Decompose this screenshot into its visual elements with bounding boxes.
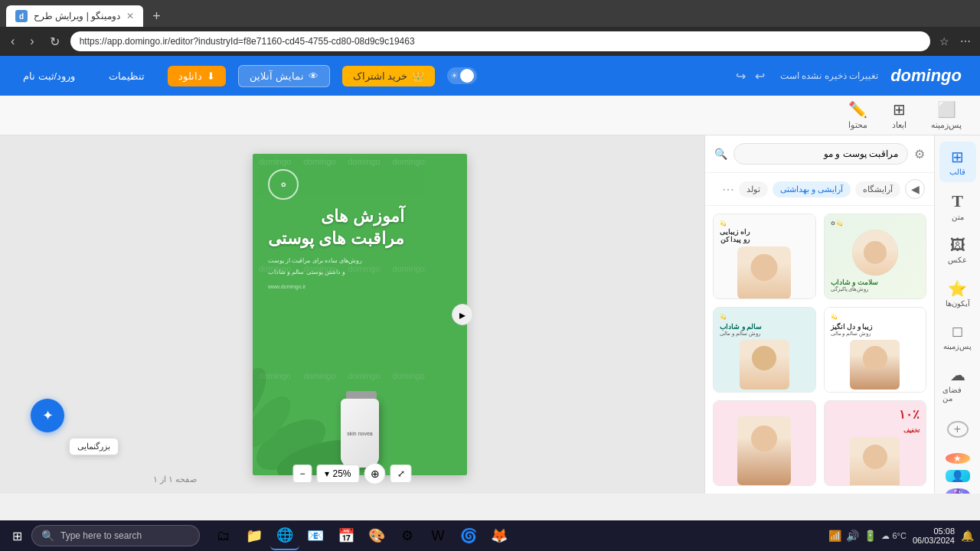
taskbar-app-explorer[interactable]: 📁 (240, 521, 269, 550)
ai-fab-button[interactable]: ✦ (31, 399, 64, 432)
canvas-background: domingo domingo domingo domingo domingo … (253, 154, 467, 475)
preview-button[interactable]: 👁 نمایش آنلاین (238, 65, 330, 87)
sidebar-item-text[interactable]: T متن (939, 185, 976, 227)
background-sidebar-label: پس‌زمینه (943, 342, 972, 350)
taskbar-app-settings2[interactable]: ⚙ (393, 521, 422, 550)
bottle-body: skin novea (341, 399, 379, 468)
template-preview-2: 💫 راه زیباییرو پیدا کن (714, 214, 815, 299)
t3-face (863, 346, 887, 370)
template-thumb-4: 💫 سالم و شاداب روش سالم و مالی (714, 308, 815, 393)
download-button[interactable]: ⬇ دانلود (168, 66, 226, 86)
template-card-5[interactable]: ۱۰٪تخفیف (824, 400, 927, 486)
taskbar-wifi-icon[interactable]: 📶 (828, 530, 841, 542)
browser-tab[interactable]: d دومینگو | ویرایش طرح ✕ (6, 5, 143, 27)
redo-button[interactable]: ↪ (733, 66, 749, 86)
expand-button[interactable]: ⤢ (390, 465, 412, 483)
calendar-icon: 📅 (338, 527, 354, 544)
taskbar-app-word[interactable]: W (423, 521, 452, 550)
start-button[interactable]: ⊞ (6, 526, 28, 546)
template-thumb-6 (714, 401, 815, 486)
sidebar-item-icons[interactable]: ⭐ آیکون‌ها (939, 273, 976, 314)
dimensions-label: ابعاد (892, 120, 906, 130)
panel-search-bar: ⚙ 🔍 (705, 135, 934, 173)
app-logo: domingo (890, 66, 962, 86)
taskbar-app-files[interactable]: 🗂 (209, 521, 238, 550)
sidebar-item-myspace[interactable]: ☁ فضای من (939, 360, 976, 409)
sidebar-add-button[interactable]: + (947, 421, 969, 438)
back-button[interactable]: ‹ (6, 31, 19, 51)
template-card-6[interactable] (713, 400, 816, 486)
sub-tool-dimensions[interactable]: ⊞ ابعاد (886, 97, 913, 133)
template-preview-6 (714, 401, 815, 486)
panel-search-input[interactable] (733, 143, 908, 165)
template-thumb-3: 💫 زیبا و دل انگیز روش سالم و مالی (825, 308, 926, 393)
t4-title: سالم و شاداب (720, 323, 762, 331)
right-sidebar: ⊞ قالب T متن 🖼 عکس ⭐ آیکون‌ها □ پس‌زمینه… (934, 135, 980, 494)
sub-tool-background[interactable]: ⬜ پس‌زمینه (925, 97, 968, 133)
template-card-1[interactable]: 💫 ✿ سلامت و شاداب روش‌های پاکیزگی (824, 214, 927, 299)
browser-action-star[interactable]: ☆ (936, 32, 952, 51)
taskbar-app-paint[interactable]: 🎨 (362, 521, 391, 550)
panel-categories: ◀ آرایشگاه آرایشی و بهداشتی تولد ⋯ (705, 173, 934, 206)
page-info-text: صفحه ۱ از ۱ (153, 474, 197, 484)
subscribe-label: خرید اشتراک (353, 70, 408, 82)
canvas-toggle-button[interactable]: ▸ (452, 304, 473, 325)
template-icon: ⊞ (951, 148, 964, 166)
more-categories-icon[interactable]: ⋯ (722, 182, 734, 197)
template-card-2[interactable]: 💫 راه زیباییرو پیدا کن (713, 214, 816, 299)
taskbar-app-outlook[interactable]: 📧 (301, 521, 330, 550)
taskbar-app-calendar[interactable]: 📅 (332, 521, 361, 550)
canvas-area[interactable]: domingo domingo domingo domingo domingo … (0, 135, 704, 494)
taskbar-volume-icon[interactable]: 🔊 (846, 530, 859, 542)
sidebar-item-template[interactable]: ⊞ قالب (939, 142, 976, 182)
zoom-level-text: 25% (332, 468, 351, 479)
category-birth[interactable]: تولد (739, 181, 768, 197)
icons-icon: ⭐ (948, 279, 967, 298)
template-card-3[interactable]: 💫 زیبا و دل انگیز روش سالم و مالی (824, 307, 927, 393)
template-card-4[interactable]: 💫 سالم و شاداب روش سالم و مالی (713, 307, 816, 393)
taskbar-search-icon: 🔍 (41, 530, 54, 542)
bottle-brand: skin novea (345, 429, 374, 438)
paint-icon: 🎨 (368, 527, 385, 544)
taskbar-app-edge[interactable]: 🌐 (270, 521, 299, 550)
panel-filter-button[interactable]: ⚙ (914, 147, 925, 161)
text-label: متن (952, 213, 964, 221)
sidebar-item-background[interactable]: □ پس‌زمینه (939, 317, 976, 357)
forward-button[interactable]: › (25, 31, 38, 51)
zoom-in-button[interactable]: ⊕ (364, 463, 386, 484)
settings-button[interactable]: تنظیمات (98, 66, 155, 86)
t2-title: راه زیباییرو پیدا کن (720, 228, 750, 243)
category-back-button[interactable]: ◀ (905, 179, 925, 199)
taskbar-clock[interactable]: 05:08 06/03/2024 (913, 527, 955, 545)
taskbar-app-firefox[interactable]: 🦊 (485, 521, 514, 550)
undo-button[interactable]: ↩ (752, 66, 768, 86)
taskbar-search-box[interactable]: 🔍 Type here to search (31, 525, 200, 546)
zoom-out-button[interactable]: − (292, 465, 312, 483)
new-tab-button[interactable]: + (146, 5, 167, 27)
t1-portrait (852, 230, 898, 276)
notification-button[interactable]: 🔔 (961, 530, 974, 542)
tab-close-button[interactable]: ✕ (126, 11, 134, 21)
template-grid: 💫 ✿ سلامت و شاداب روش‌های پاکیزگی (705, 206, 934, 494)
design-canvas[interactable]: domingo domingo domingo domingo domingo … (253, 154, 467, 475)
sidebar-extension-2[interactable]: 👤 (946, 470, 970, 482)
sub-tool-content[interactable]: ✏️ محتوا (842, 97, 874, 133)
category-beauty-salon[interactable]: آرایشگاه (855, 181, 900, 197)
t3-subtitle: روش سالم و مالی (831, 331, 871, 337)
login-button[interactable]: ورود/ثبت نام (12, 66, 86, 86)
sidebar-extension-3[interactable]: 🔮 (946, 488, 970, 494)
sidebar-item-photo[interactable]: 🖼 عکس (939, 230, 976, 270)
reload-button[interactable]: ↻ (45, 31, 64, 52)
search-icon: 🔍 (714, 148, 727, 160)
t2-top-text: 💫 (720, 220, 727, 227)
url-box[interactable]: https://app.domingo.ir/editor?industryId… (70, 31, 930, 51)
sidebar-avatar-1[interactable]: ★ (946, 453, 970, 464)
taskbar-app-chrome[interactable]: 🌀 (454, 521, 483, 550)
browser-action-more[interactable]: ⋯ (957, 32, 974, 51)
category-health-beauty[interactable]: آرایشی و بهداشتی (773, 181, 851, 197)
dark-mode-toggle[interactable]: ☀ (447, 67, 477, 84)
t5-portrait (850, 437, 900, 486)
t4-subtitle: روش سالم و مالی (720, 331, 760, 337)
taskbar-battery-icon[interactable]: 🔋 (864, 530, 877, 542)
subscribe-button[interactable]: 👑 خرید اشتراک (342, 66, 436, 86)
